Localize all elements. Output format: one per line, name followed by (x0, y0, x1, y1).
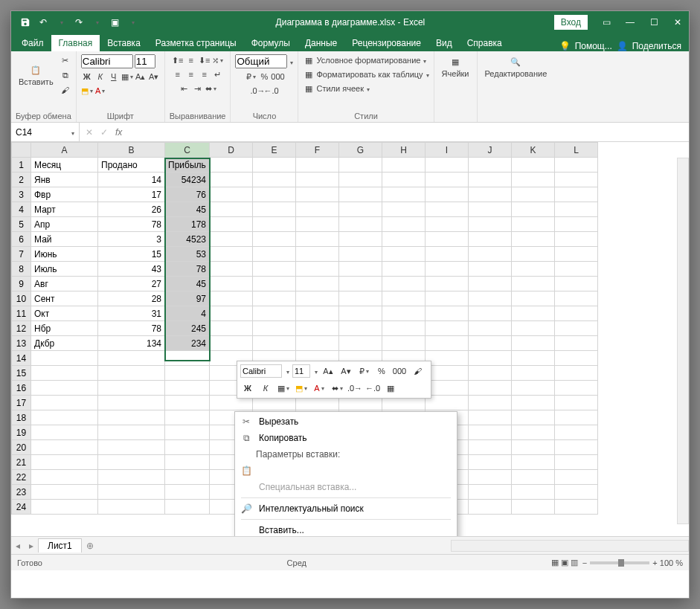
cell-C21[interactable] (165, 455, 210, 470)
cell-F10[interactable] (296, 291, 339, 306)
cell-G4[interactable] (339, 202, 382, 217)
cell-D11[interactable] (210, 306, 253, 321)
row-header-18[interactable]: 18 (12, 410, 31, 425)
view-layout-icon[interactable]: ▣ (561, 558, 568, 567)
cell-B11[interactable]: 31 (98, 306, 165, 321)
cell-J5[interactable] (469, 217, 512, 232)
cell-B17[interactable] (98, 396, 165, 410)
mini-bold-button[interactable]: Ж (240, 381, 255, 396)
cell-B4[interactable]: 26 (98, 202, 165, 217)
cell-C1[interactable]: Прибыль (165, 158, 210, 173)
cell-C7[interactable]: 53 (165, 247, 210, 262)
cell-K17[interactable] (512, 396, 555, 410)
fmt-table-button[interactable]: Форматировать как таблицу (316, 70, 423, 79)
col-header-C[interactable]: C (165, 143, 210, 158)
cell-J1[interactable] (469, 158, 512, 173)
mini-dec-decimal-icon[interactable]: ←.0 (365, 381, 380, 396)
align-right-icon[interactable]: ≡ (199, 68, 211, 80)
cell-L14[interactable] (555, 351, 598, 366)
ctx-smart-lookup[interactable]: 🔎Интеллектуальный поиск (235, 500, 457, 517)
row-header-19[interactable]: 19 (12, 425, 31, 440)
cell-A17[interactable] (31, 396, 98, 410)
cell-L13[interactable] (555, 336, 598, 351)
cut-icon[interactable]: ✂ (60, 54, 71, 66)
camera-icon[interactable]: ▣ (108, 16, 121, 29)
bold-button[interactable]: Ж (81, 71, 93, 83)
cell-L22[interactable] (555, 470, 598, 485)
cell-D1[interactable] (210, 158, 253, 173)
cell-K12[interactable] (512, 321, 555, 336)
cell-B1[interactable]: Продано (98, 158, 165, 173)
sheet-tab[interactable]: Лист1 (38, 538, 82, 552)
cell-D8[interactable] (210, 262, 253, 277)
cell-A20[interactable] (31, 440, 98, 455)
view-pagebreak-icon[interactable]: ▥ (571, 558, 578, 567)
mini-merge-button[interactable]: ⬌ (330, 381, 344, 396)
cell-D12[interactable] (210, 321, 253, 336)
decrease-indent-icon[interactable]: ⇤ (179, 83, 190, 94)
mini-size-dd[interactable] (313, 367, 318, 376)
cell-J20[interactable] (469, 440, 512, 455)
redo-dropdown[interactable] (90, 16, 103, 29)
col-header-L[interactable]: L (555, 143, 598, 158)
mini-cond-fmt-icon[interactable]: ▦ (383, 381, 398, 396)
cell-K9[interactable] (512, 277, 555, 291)
cell-A9[interactable]: Авг (31, 277, 98, 291)
mini-shrink-font-icon[interactable]: A▾ (338, 364, 353, 378)
cell-K15[interactable] (512, 366, 555, 381)
cell-J4[interactable] (469, 202, 512, 217)
cell-styles-button[interactable]: Стили ячеек (316, 84, 363, 93)
cell-C11[interactable]: 4 (165, 306, 210, 321)
cell-I3[interactable] (426, 187, 469, 202)
cell-A21[interactable] (31, 455, 98, 470)
cell-B5[interactable]: 78 (98, 217, 165, 232)
cell-J15[interactable] (469, 366, 512, 381)
cell-L19[interactable] (555, 425, 598, 440)
cell-C19[interactable] (165, 425, 210, 440)
row-header-2[interactable]: 2 (12, 173, 31, 187)
cell-B8[interactable]: 43 (98, 262, 165, 277)
ctx-cut[interactable]: ✂Вырезать (235, 413, 457, 430)
cell-B23[interactable] (98, 485, 165, 500)
cell-A6[interactable]: Май (31, 232, 98, 247)
cell-J14[interactable] (469, 351, 512, 366)
font-color-button[interactable]: A (94, 85, 106, 97)
cell-C23[interactable] (165, 485, 210, 500)
row-header-5[interactable]: 5 (12, 217, 31, 232)
cell-H11[interactable] (382, 306, 426, 321)
cell-L8[interactable] (555, 262, 598, 277)
cell-J11[interactable] (469, 306, 512, 321)
cell-H4[interactable] (382, 202, 426, 217)
cell-K22[interactable] (512, 470, 555, 485)
tell-me[interactable]: Помощ... (575, 41, 612, 51)
cell-F5[interactable] (296, 217, 339, 232)
tab-file[interactable]: Файл (14, 35, 51, 51)
select-all-corner[interactable] (12, 143, 31, 158)
zoom-in-button[interactable]: + (652, 558, 657, 567)
row-header-9[interactable]: 9 (12, 277, 31, 291)
row-header-7[interactable]: 7 (12, 247, 31, 262)
cell-B24[interactable] (98, 500, 165, 515)
row-header-6[interactable]: 6 (12, 232, 31, 247)
cell-D10[interactable] (210, 291, 253, 306)
cell-L11[interactable] (555, 306, 598, 321)
cell-D2[interactable] (210, 173, 253, 187)
cell-L7[interactable] (555, 247, 598, 262)
row-header-17[interactable]: 17 (12, 396, 31, 410)
accounting-icon[interactable]: ₽ (245, 71, 257, 83)
cell-D9[interactable] (210, 277, 253, 291)
cell-B13[interactable]: 134 (98, 336, 165, 351)
cell-C22[interactable] (165, 470, 210, 485)
fmt-table-dd[interactable] (425, 70, 429, 79)
cell-I9[interactable] (426, 277, 469, 291)
cell-J21[interactable] (469, 455, 512, 470)
row-header-20[interactable]: 20 (12, 440, 31, 455)
cell-G2[interactable] (339, 173, 382, 187)
copy-icon[interactable]: ⧉ (60, 69, 71, 81)
tab-data[interactable]: Данные (298, 35, 344, 51)
col-header-A[interactable]: A (31, 143, 98, 158)
cell-F9[interactable] (296, 277, 339, 291)
mini-italic-button[interactable]: К (258, 381, 273, 396)
paste-button[interactable]: 📋 Вставить (16, 62, 57, 88)
comma-icon[interactable]: 000 (272, 71, 283, 83)
